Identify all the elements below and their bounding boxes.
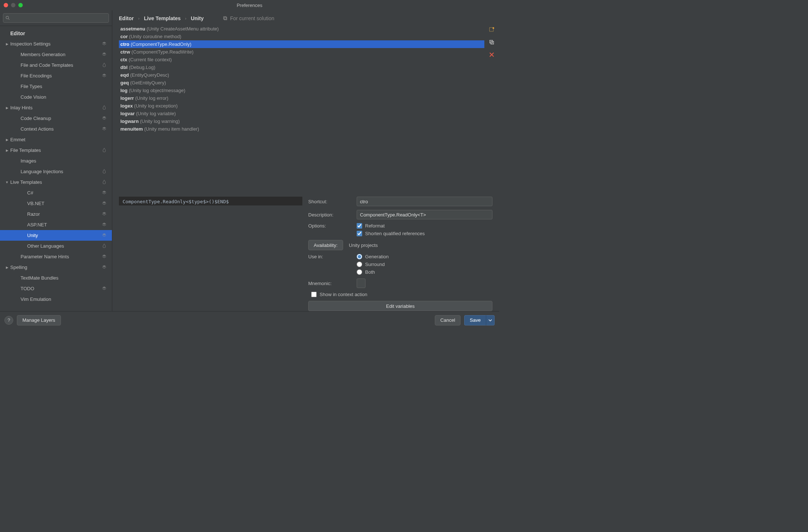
sidebar-item[interactable]: ▶File Templates: [0, 145, 112, 156]
layers-icon: [102, 190, 108, 196]
sidebar-item[interactable]: File Types: [0, 81, 112, 92]
template-row[interactable]: logex (Unity log exception): [119, 102, 484, 110]
availability-button[interactable]: Availability:: [308, 240, 343, 250]
sidebar-item[interactable]: C#: [0, 187, 112, 198]
expand-arrow-icon: ▶: [4, 106, 10, 110]
template-desc: (ComponentType.ReadOnly): [131, 41, 192, 47]
sidebar-item[interactable]: Unity: [0, 230, 112, 241]
show-in-context-checkbox[interactable]: Show in context action: [311, 292, 492, 297]
shortcut-input[interactable]: [357, 197, 492, 206]
sidebar-item[interactable]: Razor: [0, 209, 112, 219]
template-row[interactable]: assetmenu (Unity CreateAssetMenu attribu…: [119, 25, 484, 33]
sidebar-item[interactable]: Other Languages: [0, 241, 112, 251]
chevron-down-icon: [488, 318, 492, 322]
sidebar-item[interactable]: File Encodings: [0, 70, 112, 81]
templates-toolbar: [484, 25, 499, 193]
mnemonic-label: Mnemonic:: [308, 281, 352, 286]
template-row[interactable]: cor (Unity coroutine method): [119, 33, 484, 40]
sidebar: Editor ▶Inspection SettingsMembers Gener…: [0, 10, 112, 311]
sidebar-item-label: Images: [21, 158, 108, 164]
layers-icon: [102, 126, 108, 132]
expand-arrow-icon: ▶: [4, 138, 10, 142]
template-row[interactable]: dbl (Debug.Log): [119, 63, 484, 71]
use-in-label: Use in:: [308, 254, 352, 259]
sidebar-item[interactable]: Images: [0, 156, 112, 166]
sidebar-item[interactable]: Members Generation: [0, 49, 112, 60]
cancel-button[interactable]: Cancel: [435, 315, 461, 325]
save-dropdown-button[interactable]: [486, 315, 495, 325]
sidebar-item-label: Razor: [27, 211, 102, 217]
sidebar-item-label: Parameter Name Hints: [21, 254, 102, 259]
sidebar-item[interactable]: TextMate Bundles: [0, 273, 112, 283]
layers-icon: [102, 254, 108, 260]
search-input[interactable]: [3, 13, 109, 23]
use-in-both-radio[interactable]: Both: [357, 269, 389, 275]
template-row[interactable]: logwarn (Unity log warning): [119, 117, 484, 125]
scope-link[interactable]: For current solution: [223, 15, 274, 21]
sidebar-item[interactable]: Language Injections: [0, 166, 112, 177]
sidebar-item-label: Spelling: [10, 265, 102, 270]
layers-icon: [102, 41, 108, 47]
droplet-icon: [102, 105, 108, 111]
breadcrumb-item[interactable]: Live Templates: [144, 15, 181, 21]
minimize-window-button[interactable]: [11, 3, 15, 7]
sidebar-item[interactable]: ▶Inlay Hints: [0, 102, 112, 113]
mnemonic-input[interactable]: [357, 278, 365, 288]
sidebar-item[interactable]: ▶Emmet: [0, 134, 112, 145]
help-button[interactable]: ?: [4, 316, 13, 325]
shorten-refs-checkbox[interactable]: Shorten qualified references: [357, 231, 425, 236]
sidebar-item[interactable]: Code Vision: [0, 92, 112, 102]
sidebar-item[interactable]: Code Cleanup: [0, 113, 112, 124]
sidebar-item-label: Emmet: [10, 137, 108, 142]
sidebar-item[interactable]: Context Actions: [0, 124, 112, 134]
sidebar-item[interactable]: Parameter Name Hints: [0, 251, 112, 262]
svg-point-0: [6, 16, 8, 19]
breadcrumb-item[interactable]: Editor: [119, 15, 134, 21]
manage-layers-button[interactable]: Manage Layers: [17, 315, 61, 325]
droplet-icon: [102, 243, 108, 249]
template-desc: (Debug.Log): [129, 65, 155, 70]
duplicate-template-icon[interactable]: [488, 39, 495, 45]
main-area: Editor ▶Inspection SettingsMembers Gener…: [0, 10, 499, 311]
svg-point-5: [492, 27, 494, 29]
template-row[interactable]: menuitem (Unity menu item handler): [119, 125, 484, 133]
sidebar-item-label: Live Templates: [10, 179, 102, 185]
template-row[interactable]: ctx (Current file context): [119, 56, 484, 63]
template-row[interactable]: eqd (EntityQueryDesc): [119, 71, 484, 79]
template-row[interactable]: ctro (ComponentType.ReadOnly): [119, 40, 484, 48]
save-button[interactable]: Save: [464, 315, 486, 325]
layers-icon: [102, 52, 108, 58]
sidebar-item[interactable]: ▶Inspection Settings: [0, 39, 112, 49]
tree-section-header: Editor: [0, 28, 112, 39]
maximize-window-button[interactable]: [18, 3, 23, 7]
sidebar-item[interactable]: ▶Spelling: [0, 262, 112, 273]
new-template-icon[interactable]: [488, 26, 495, 33]
sidebar-item[interactable]: Vim Emulation: [0, 294, 112, 305]
breadcrumb-item[interactable]: Unity: [191, 15, 204, 21]
sidebar-item[interactable]: ▼Live Templates: [0, 177, 112, 187]
template-row[interactable]: geq (GetEntityQuery): [119, 79, 484, 87]
template-row[interactable]: logvar (Unity log variable): [119, 110, 484, 117]
description-input[interactable]: [357, 210, 492, 219]
chevron-right-icon: ›: [138, 16, 139, 21]
reformat-checkbox[interactable]: Reformat: [357, 223, 425, 229]
use-in-generation-radio[interactable]: Generation: [357, 254, 389, 259]
sidebar-item[interactable]: VB.NET: [0, 198, 112, 209]
template-row[interactable]: ctrw (ComponentType.ReadWrite): [119, 48, 484, 56]
template-name: logerr: [120, 95, 134, 101]
use-in-surround-radio[interactable]: Surround: [357, 262, 389, 267]
delete-template-icon[interactable]: [488, 51, 495, 58]
description-label: Description:: [308, 212, 352, 218]
edit-variables-button[interactable]: Edit variables: [308, 301, 492, 311]
chevron-right-icon: ›: [185, 16, 186, 21]
close-window-button[interactable]: [4, 3, 8, 7]
template-name: ctro: [120, 41, 130, 47]
sidebar-item[interactable]: File and Code Templates: [0, 60, 112, 70]
sidebar-item[interactable]: TODO: [0, 283, 112, 294]
template-form: Shortcut: Description: Options: Reformat…: [308, 197, 492, 311]
sidebar-item[interactable]: ASP.NET: [0, 219, 112, 230]
template-row[interactable]: logerr (Unity log error): [119, 94, 484, 102]
copy-icon: [223, 16, 228, 21]
template-code-editor[interactable]: ComponentType.ReadOnly<$type$>()$END$: [119, 197, 302, 205]
template-row[interactable]: log (Unity log object/message): [119, 87, 484, 94]
